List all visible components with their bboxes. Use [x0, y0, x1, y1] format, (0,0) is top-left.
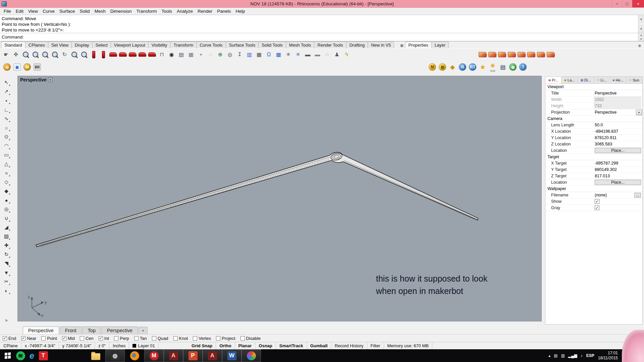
grid-blue-icon[interactable]: ▦ [12, 62, 22, 72]
layer-tool-6-icon[interactable] [526, 50, 536, 59]
br-icon[interactable]: BR [32, 62, 42, 72]
grid-snap-icon[interactable]: ▦ [274, 50, 283, 59]
command-line-scroller[interactable]: ▲ ▼ [638, 33, 644, 41]
tab-set-view[interactable]: Set View [48, 42, 72, 48]
clamp-icon[interactable]: ⊓ [157, 50, 167, 59]
osnap-toggle[interactable]: Point [41, 336, 57, 341]
ortho-toggle[interactable]: Ortho [216, 342, 235, 349]
checkbox[interactable] [99, 336, 103, 341]
checkbox[interactable] [3, 336, 7, 341]
menu-item[interactable]: Curve [40, 8, 57, 14]
named-view-1-icon[interactable] [108, 50, 118, 59]
checkbox[interactable] [21, 336, 25, 341]
tab-drafting[interactable]: Drafting [346, 42, 368, 48]
circle-dashed-icon[interactable]: ◌ [206, 50, 215, 59]
panel-tab-layers[interactable]: ◆ La... [561, 77, 578, 83]
powerpoint-icon[interactable]: P [183, 349, 203, 362]
osnap-toggle[interactable]: Mid [62, 336, 75, 341]
checkbox[interactable] [595, 199, 599, 204]
gradient-icon[interactable]: ▼ [2, 268, 11, 277]
maximize-button[interactable]: □ [622, 0, 632, 7]
layer-tool-7-icon[interactable] [536, 50, 546, 59]
y-coordinate[interactable]: y 73408'-5 1/4" [59, 342, 95, 349]
rectangle-icon[interactable]: ▭ [2, 151, 11, 159]
units-pane[interactable]: Inches [109, 342, 129, 349]
menu-item[interactable]: Surface [57, 8, 77, 14]
notes-icon[interactable]: ▦ [186, 50, 196, 59]
scroll-down-icon[interactable]: ▼ [638, 25, 644, 33]
smarttrack-toggle[interactable]: SmartTrack [276, 342, 307, 349]
osnap-toggle[interactable]: Osnap [255, 342, 276, 349]
r-render-icon[interactable]: R [458, 62, 468, 72]
surface-icon[interactable]: ◇ [2, 178, 11, 186]
mesh-grid-icon[interactable]: ▦ [254, 50, 264, 59]
vptab-new[interactable]: + [139, 327, 148, 334]
viewport-menu-dropdown-icon[interactable]: ▾ [48, 77, 53, 82]
curve-icon[interactable]: ∿ [2, 115, 11, 123]
zoom-lens-icon[interactable] [50, 50, 60, 59]
scroll-up-icon[interactable]: ▲ [638, 15, 644, 23]
menu-item[interactable]: Mesh [92, 8, 108, 14]
word-icon[interactable]: W [222, 349, 241, 362]
cplane-icon[interactable]: ⊕ [215, 50, 225, 59]
menu-item[interactable]: Analyze [174, 8, 195, 14]
layer-pane[interactable]: Layer 01 [129, 342, 159, 349]
selection-filter-icon[interactable]: ↗ [2, 87, 11, 96]
rt-render-icon[interactable]: RT [468, 62, 478, 72]
named-view-4-icon[interactable] [138, 50, 147, 59]
m-gold-icon[interactable]: M [22, 62, 32, 72]
tab-viewport-layout[interactable]: Viewport Layout [111, 42, 149, 48]
camera-icon[interactable]: ◉ [167, 50, 176, 59]
minimize-button[interactable]: − [612, 0, 622, 7]
property-value[interactable]: 1552 [594, 97, 641, 103]
property-value[interactable]: Perspective [594, 110, 636, 115]
filename-value[interactable]: (none) [594, 193, 634, 197]
target-gold-icon[interactable]: ◎ [2, 62, 12, 72]
named-view-2-icon[interactable] [118, 50, 128, 59]
checkbox[interactable] [134, 336, 139, 341]
circle-center-icon[interactable]: ∘ [196, 50, 206, 59]
circle-icon[interactable]: ○ [2, 124, 11, 132]
tab-render-tools[interactable]: Render Tools [314, 42, 346, 48]
menu-item[interactable]: Render [195, 8, 215, 14]
layer-tool-8-icon[interactable] [546, 50, 555, 59]
checkbox[interactable] [595, 205, 599, 210]
filter-toggle[interactable]: Filter [367, 342, 384, 349]
property-value[interactable]: 733 [594, 103, 641, 109]
menu-item[interactable]: Transform [134, 8, 159, 14]
x-coordinate[interactable]: x -74997'-4 3/4" [21, 342, 59, 349]
tab-layer-panel[interactable]: Layer [431, 42, 449, 48]
pipe-icon[interactable]: ∪ [2, 214, 11, 222]
tab-mesh-tools[interactable]: Mesh Tools [286, 42, 315, 48]
select-icon[interactable]: ↖ [2, 78, 11, 86]
globe-icon[interactable]: ◍ [225, 50, 235, 59]
checkbox[interactable] [62, 336, 66, 341]
property-value[interactable]: -894196.837 [594, 129, 642, 134]
loft-icon[interactable]: ◆ [2, 187, 11, 195]
osnap-toggle[interactable]: Knot [173, 336, 188, 341]
layer-tool-1-icon[interactable] [478, 50, 487, 59]
property-value[interactable]: 50.0 [594, 123, 642, 127]
tab-curve-tools[interactable]: Curve Tools [196, 42, 226, 48]
gear-icon[interactable]: ✽ [398, 43, 405, 48]
command-history-scrollbar[interactable]: ▲ ▼ [638, 15, 644, 33]
command-history[interactable]: Command: Move Point to move from ( Verti… [0, 15, 644, 33]
osnap-toggle[interactable]: Cen [80, 336, 94, 341]
spotify-icon[interactable]: ≋ [15, 349, 26, 362]
plumb-icon[interactable]: ↧ [235, 50, 245, 59]
menu-item[interactable]: Solid [77, 8, 92, 14]
menu-item[interactable]: Dimension [108, 8, 134, 14]
tab-properties-panel[interactable]: Properties [405, 42, 431, 48]
volume-icon[interactable]: ♪ [581, 353, 583, 358]
freeform-icon[interactable]: ≈ [2, 169, 11, 177]
tv-app-icon[interactable]: T [38, 349, 49, 362]
z-coordinate[interactable]: z 0" [95, 342, 109, 349]
display-icon[interactable]: ▥ [561, 353, 565, 358]
walk-icon[interactable]: ♟ [332, 50, 342, 59]
tab-display[interactable]: Display [71, 42, 93, 48]
pan-icon[interactable]: ☛ [1, 50, 11, 59]
vptab-front[interactable]: Front [60, 326, 82, 334]
layer-state-icon[interactable]: ▥ [245, 50, 254, 59]
checkbox[interactable] [240, 336, 245, 341]
align-2-icon[interactable]: ▬ [313, 50, 322, 59]
